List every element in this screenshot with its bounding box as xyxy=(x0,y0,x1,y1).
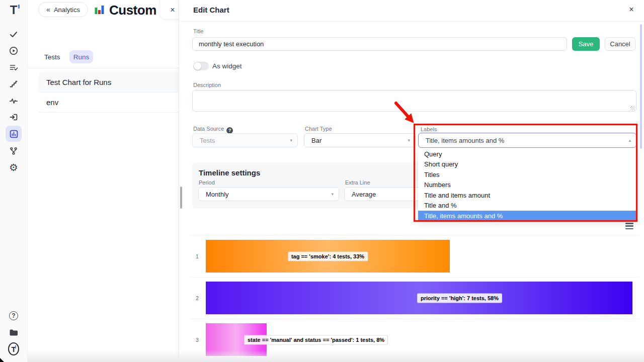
labels-select[interactable]: Title, items amounts and % ▴ xyxy=(418,133,636,148)
list-item-test-chart-for-runs[interactable]: Test Chart for Runs xyxy=(39,72,179,93)
chart-row: 2 priority == 'high': 7 tests, 58% xyxy=(191,282,638,314)
close-panel-icon[interactable]: × xyxy=(626,5,636,15)
page-title-text: Custom C xyxy=(109,3,160,18)
custom-chart-icon xyxy=(95,4,105,16)
extra-line-label: Extra Line xyxy=(345,179,370,186)
toggle-knob xyxy=(194,62,201,70)
chart-type-select[interactable]: Bar ▾ xyxy=(304,133,416,147)
option-query[interactable]: Query xyxy=(418,149,636,159)
textarea-resize-handle[interactable] xyxy=(630,106,635,111)
chevron-down-icon: ▾ xyxy=(408,138,410,143)
tabs-divider xyxy=(28,68,179,68)
bar-label: priority == 'high': 7 tests, 58% xyxy=(417,293,502,303)
close-tab-icon[interactable]: × xyxy=(170,7,175,14)
app-logo[interactable]: T xyxy=(8,3,19,17)
back-to-analytics-button[interactable]: « Analytics xyxy=(38,2,88,17)
panel-title: Edit Chart xyxy=(193,6,229,14)
chart-row: 3 state == 'manual' and status == 'passe… xyxy=(191,323,638,356)
option-title-items-amounts-and-percent[interactable]: Title, items amounts and % xyxy=(418,211,636,221)
description-textarea[interactable] xyxy=(192,90,636,112)
list-item-env[interactable]: env xyxy=(39,93,179,113)
sidebar-active-pill xyxy=(6,126,22,142)
option-title-and-items-amount[interactable]: Title and items amount xyxy=(418,190,636,201)
as-widget-label: As widget xyxy=(212,62,242,70)
list-item-label: Test Chart for Runs xyxy=(46,78,111,86)
bar-label: state == 'manual' and status == 'passed'… xyxy=(244,335,388,344)
labels-dropdown-options: Query Short query Titles Numbers Title a… xyxy=(418,149,636,221)
row-index: 2 xyxy=(196,295,199,301)
pulse-icon[interactable] xyxy=(8,95,19,106)
chevron-down-icon: ▾ xyxy=(331,192,334,197)
tab-runs[interactable]: Runs xyxy=(69,50,93,63)
title-input[interactable] xyxy=(192,37,567,51)
timeline-settings-heading: Timeline settings xyxy=(199,168,260,177)
data-source-label-text: Data Source xyxy=(193,126,224,132)
panel-drag-handle[interactable] xyxy=(180,187,182,209)
app-logo-letter: T xyxy=(10,3,18,17)
labels-label: Labels xyxy=(421,126,437,132)
analytics-list-panel: « Analytics Custom C × Tests Runs Test C… xyxy=(28,0,179,362)
option-short-query[interactable]: Short query xyxy=(418,159,636,170)
icon-sidebar: T ⚙ ? xyxy=(0,0,28,362)
profile-logo-icon[interactable]: T xyxy=(8,342,19,356)
help-glyph: ? xyxy=(9,311,18,320)
chart-type-label: Chart Type xyxy=(305,126,332,132)
header-divider xyxy=(179,21,644,22)
period-label: Period xyxy=(199,179,215,186)
extra-line-value: Average xyxy=(352,191,376,198)
chart-row-divider xyxy=(191,277,638,278)
list-item-label: env xyxy=(46,98,58,107)
list-check-icon[interactable] xyxy=(8,62,19,73)
option-title-and-percent[interactable]: Title and % xyxy=(418,201,636,211)
cancel-button[interactable]: Cancel xyxy=(605,37,635,51)
gear-glyph: ⚙ xyxy=(9,162,18,172)
app-logo-accent xyxy=(18,5,20,9)
sign-in-icon[interactable] xyxy=(8,112,19,123)
data-source-value: Tests xyxy=(200,137,215,144)
branch-icon[interactable] xyxy=(8,145,19,156)
tab-runs-label: Runs xyxy=(73,53,90,61)
chart-row: 1 tag == 'smoke': 4 tests, 33% xyxy=(191,240,638,273)
chevron-up-icon: ▴ xyxy=(628,138,631,143)
chart-menu-icon[interactable] xyxy=(625,223,633,229)
back-button-label: Analytics xyxy=(54,6,80,14)
play-circle-icon[interactable] xyxy=(8,45,19,56)
data-source-select[interactable]: Tests ▾ xyxy=(192,133,298,147)
bar-chart-icon[interactable] xyxy=(9,129,19,139)
help-icon[interactable]: ? xyxy=(226,127,233,134)
chart-row-divider xyxy=(191,319,638,319)
as-widget-toggle[interactable] xyxy=(193,62,209,70)
profile-logo-accent xyxy=(15,345,16,348)
row-index: 3 xyxy=(196,337,199,343)
chart-type-value: Bar xyxy=(311,137,321,144)
gear-icon[interactable]: ⚙ xyxy=(8,162,19,173)
chevron-down-icon: ▾ xyxy=(290,138,292,143)
tab-tests-label: Tests xyxy=(44,53,60,61)
bar-priority-high[interactable]: priority == 'high': 7 tests, 58% xyxy=(206,282,632,314)
chevrons-left-icon: « xyxy=(46,6,50,14)
help-icon[interactable]: ? xyxy=(8,310,19,321)
bar-smoke[interactable]: tag == 'smoke': 4 tests, 33% xyxy=(206,240,450,273)
scrollbar-thumb[interactable] xyxy=(640,24,642,149)
option-numbers[interactable]: Numbers xyxy=(418,180,636,191)
period-value: Monthly xyxy=(206,191,229,198)
data-source-label: Data Source? xyxy=(193,126,233,134)
title-field-label: Title xyxy=(193,28,203,34)
tab-tests[interactable]: Tests xyxy=(44,50,60,63)
edit-chart-panel: Edit Chart × Title Save Cancel As widget… xyxy=(179,0,644,362)
description-field-label: Description xyxy=(193,82,221,88)
option-titles[interactable]: Titles xyxy=(418,169,636,180)
row-index: 1 xyxy=(196,253,199,259)
period-select[interactable]: Monthly ▾ xyxy=(198,187,339,201)
page-title: Custom C xyxy=(109,1,160,19)
chart-row-divider xyxy=(191,235,638,235)
folder-icon[interactable] xyxy=(8,327,19,338)
bar-label: tag == 'smoke': 4 tests, 33% xyxy=(288,251,368,261)
labels-selected-value: Title, items amounts and % xyxy=(426,137,504,144)
steps-icon[interactable] xyxy=(8,78,19,89)
save-button[interactable]: Save xyxy=(572,37,600,51)
app-screen: T ⚙ ? xyxy=(0,0,644,362)
check-icon[interactable] xyxy=(8,29,19,40)
